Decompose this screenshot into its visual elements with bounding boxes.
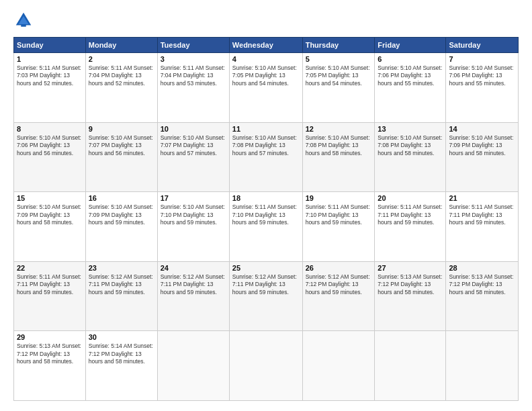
calendar-cell: 7Sunrise: 5:10 AM Sunset: 7:06 PM Daylig…: [446, 53, 519, 123]
day-info: Sunrise: 5:11 AM Sunset: 7:10 PM Dayligh…: [306, 203, 372, 226]
calendar-cell: 4Sunrise: 5:10 AM Sunset: 7:05 PM Daylig…: [229, 53, 302, 123]
day-number: 24: [161, 264, 226, 272]
weekday-header-sunday: Sunday: [14, 38, 86, 53]
day-number: 3: [161, 55, 226, 63]
calendar-cell: [302, 331, 375, 401]
calendar-cell: 13Sunrise: 5:10 AM Sunset: 7:08 PM Dayli…: [375, 122, 446, 192]
day-number: 4: [232, 55, 300, 63]
calendar-week-2: 15Sunrise: 5:10 AM Sunset: 7:09 PM Dayli…: [14, 192, 519, 262]
day-info: Sunrise: 5:10 AM Sunset: 7:07 PM Dayligh…: [161, 134, 226, 157]
weekday-header-saturday: Saturday: [446, 38, 519, 53]
day-number: 2: [89, 55, 154, 63]
page: SundayMondayTuesdayWednesdayThursdayFrid…: [0, 0, 532, 411]
day-info: Sunrise: 5:10 AM Sunset: 7:09 PM Dayligh…: [17, 203, 83, 226]
calendar-cell: 6Sunrise: 5:10 AM Sunset: 7:06 PM Daylig…: [375, 53, 446, 123]
day-number: 20: [378, 194, 443, 202]
day-info: Sunrise: 5:10 AM Sunset: 7:08 PM Dayligh…: [306, 134, 372, 157]
calendar-cell: 28Sunrise: 5:13 AM Sunset: 7:12 PM Dayli…: [446, 261, 519, 331]
calendar-cell: 12Sunrise: 5:10 AM Sunset: 7:08 PM Dayli…: [302, 122, 375, 192]
day-info: Sunrise: 5:13 AM Sunset: 7:12 PM Dayligh…: [378, 273, 443, 296]
calendar-cell: 2Sunrise: 5:11 AM Sunset: 7:04 PM Daylig…: [85, 53, 157, 123]
calendar-cell: 30Sunrise: 5:14 AM Sunset: 7:12 PM Dayli…: [85, 331, 157, 401]
day-info: Sunrise: 5:10 AM Sunset: 7:08 PM Dayligh…: [232, 134, 300, 157]
day-number: 30: [89, 333, 154, 341]
calendar-cell: 18Sunrise: 5:11 AM Sunset: 7:10 PM Dayli…: [229, 192, 302, 262]
day-info: Sunrise: 5:11 AM Sunset: 7:10 PM Dayligh…: [232, 203, 300, 226]
day-number: 13: [378, 125, 443, 133]
calendar-cell: 16Sunrise: 5:10 AM Sunset: 7:09 PM Dayli…: [85, 192, 157, 262]
calendar-cell: 3Sunrise: 5:11 AM Sunset: 7:04 PM Daylig…: [157, 53, 229, 123]
day-number: 17: [161, 194, 226, 202]
calendar-cell: 11Sunrise: 5:10 AM Sunset: 7:08 PM Dayli…: [229, 122, 302, 192]
day-info: Sunrise: 5:10 AM Sunset: 7:09 PM Dayligh…: [449, 134, 515, 157]
day-number: 22: [17, 264, 83, 272]
day-number: 9: [89, 125, 154, 133]
day-info: Sunrise: 5:13 AM Sunset: 7:12 PM Dayligh…: [449, 273, 515, 296]
day-info: Sunrise: 5:12 AM Sunset: 7:11 PM Dayligh…: [232, 273, 300, 296]
logo: [13, 10, 36, 30]
day-number: 25: [232, 264, 300, 272]
day-info: Sunrise: 5:14 AM Sunset: 7:12 PM Dayligh…: [89, 342, 154, 365]
calendar-cell: [446, 331, 519, 401]
day-info: Sunrise: 5:12 AM Sunset: 7:11 PM Dayligh…: [89, 273, 154, 296]
weekday-header-thursday: Thursday: [302, 38, 375, 53]
day-info: Sunrise: 5:10 AM Sunset: 7:06 PM Dayligh…: [17, 134, 83, 157]
weekday-header-monday: Monday: [85, 38, 157, 53]
day-info: Sunrise: 5:11 AM Sunset: 7:04 PM Dayligh…: [161, 64, 226, 87]
day-info: Sunrise: 5:10 AM Sunset: 7:07 PM Dayligh…: [89, 134, 154, 157]
day-number: 15: [17, 194, 83, 202]
day-number: 21: [449, 194, 515, 202]
day-number: 18: [232, 194, 300, 202]
weekday-header-wednesday: Wednesday: [229, 38, 302, 53]
calendar-cell: 8Sunrise: 5:10 AM Sunset: 7:06 PM Daylig…: [14, 122, 86, 192]
day-info: Sunrise: 5:10 AM Sunset: 7:05 PM Dayligh…: [306, 64, 372, 87]
calendar-cell: 26Sunrise: 5:12 AM Sunset: 7:12 PM Dayli…: [302, 261, 375, 331]
day-number: 10: [161, 125, 226, 133]
day-info: Sunrise: 5:10 AM Sunset: 7:06 PM Dayligh…: [378, 64, 443, 87]
day-info: Sunrise: 5:11 AM Sunset: 7:03 PM Dayligh…: [17, 64, 83, 87]
calendar-table: SundayMondayTuesdayWednesdayThursdayFrid…: [13, 37, 519, 401]
day-info: Sunrise: 5:11 AM Sunset: 7:04 PM Dayligh…: [89, 64, 154, 87]
calendar-cell: 9Sunrise: 5:10 AM Sunset: 7:07 PM Daylig…: [85, 122, 157, 192]
weekday-header-row: SundayMondayTuesdayWednesdayThursdayFrid…: [14, 38, 519, 53]
calendar-cell: 21Sunrise: 5:11 AM Sunset: 7:11 PM Dayli…: [446, 192, 519, 262]
calendar-cell: 17Sunrise: 5:10 AM Sunset: 7:10 PM Dayli…: [157, 192, 229, 262]
calendar-cell: [375, 331, 446, 401]
day-info: Sunrise: 5:10 AM Sunset: 7:10 PM Dayligh…: [161, 203, 226, 226]
weekday-header-friday: Friday: [375, 38, 446, 53]
calendar-cell: 14Sunrise: 5:10 AM Sunset: 7:09 PM Dayli…: [446, 122, 519, 192]
day-info: Sunrise: 5:12 AM Sunset: 7:11 PM Dayligh…: [161, 273, 226, 296]
calendar-week-0: 1Sunrise: 5:11 AM Sunset: 7:03 PM Daylig…: [14, 53, 519, 123]
day-number: 19: [306, 194, 372, 202]
calendar-cell: 29Sunrise: 5:13 AM Sunset: 7:12 PM Dayli…: [14, 331, 86, 401]
header: [13, 10, 519, 30]
day-number: 1: [17, 55, 83, 63]
day-info: Sunrise: 5:12 AM Sunset: 7:12 PM Dayligh…: [306, 273, 372, 296]
day-number: 23: [89, 264, 154, 272]
weekday-header-tuesday: Tuesday: [157, 38, 229, 53]
calendar-cell: 23Sunrise: 5:12 AM Sunset: 7:11 PM Dayli…: [85, 261, 157, 331]
svg-rect-2: [21, 24, 26, 27]
calendar-cell: [229, 331, 302, 401]
day-info: Sunrise: 5:10 AM Sunset: 7:08 PM Dayligh…: [378, 134, 443, 157]
calendar-cell: 19Sunrise: 5:11 AM Sunset: 7:10 PM Dayli…: [302, 192, 375, 262]
calendar-cell: 1Sunrise: 5:11 AM Sunset: 7:03 PM Daylig…: [14, 53, 86, 123]
day-info: Sunrise: 5:13 AM Sunset: 7:12 PM Dayligh…: [17, 342, 83, 365]
calendar-week-4: 29Sunrise: 5:13 AM Sunset: 7:12 PM Dayli…: [14, 331, 519, 401]
calendar-week-3: 22Sunrise: 5:11 AM Sunset: 7:11 PM Dayli…: [14, 261, 519, 331]
calendar-cell: 20Sunrise: 5:11 AM Sunset: 7:11 PM Dayli…: [375, 192, 446, 262]
day-number: 5: [306, 55, 372, 63]
day-number: 11: [232, 125, 300, 133]
calendar-week-1: 8Sunrise: 5:10 AM Sunset: 7:06 PM Daylig…: [14, 122, 519, 192]
day-info: Sunrise: 5:10 AM Sunset: 7:09 PM Dayligh…: [89, 203, 154, 226]
day-number: 14: [449, 125, 515, 133]
calendar-cell: 24Sunrise: 5:12 AM Sunset: 7:11 PM Dayli…: [157, 261, 229, 331]
day-number: 26: [306, 264, 372, 272]
day-info: Sunrise: 5:10 AM Sunset: 7:05 PM Dayligh…: [232, 64, 300, 87]
day-info: Sunrise: 5:10 AM Sunset: 7:06 PM Dayligh…: [449, 64, 515, 87]
calendar-cell: 5Sunrise: 5:10 AM Sunset: 7:05 PM Daylig…: [302, 53, 375, 123]
day-number: 8: [17, 125, 83, 133]
day-number: 16: [89, 194, 154, 202]
calendar-cell: 25Sunrise: 5:12 AM Sunset: 7:11 PM Dayli…: [229, 261, 302, 331]
logo-icon: [13, 10, 34, 30]
